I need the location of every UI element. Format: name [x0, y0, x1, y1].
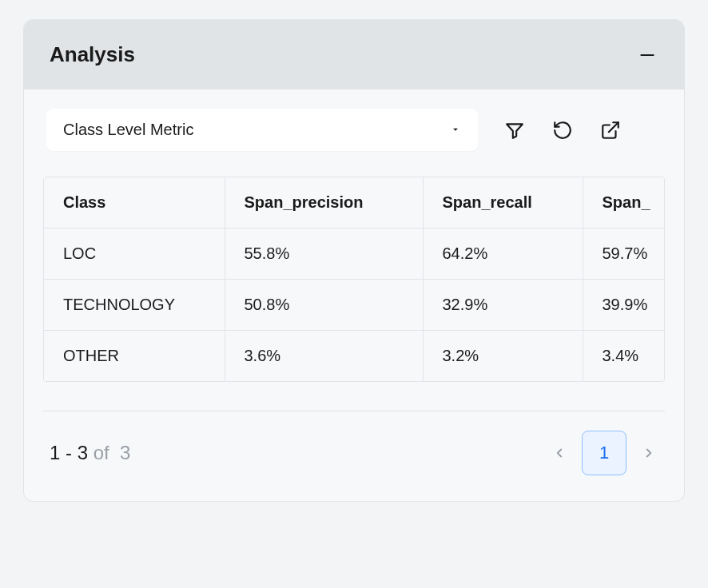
cell-span-f: 59.7%: [583, 228, 665, 280]
cell-span-precision: 3.6%: [225, 331, 423, 382]
panel-body: Class Level Metric: [24, 89, 684, 501]
pagination: 1 - 3 of 3 1: [43, 411, 665, 475]
refresh-button[interactable]: [551, 119, 574, 141]
page-total: 3: [120, 442, 130, 463]
svg-line-1: [609, 122, 619, 132]
collapse-button[interactable]: [636, 44, 658, 66]
table-row: LOC 55.8% 64.2% 59.7%: [44, 228, 665, 280]
table-row: OTHER 3.6% 3.2% 3.4%: [44, 331, 665, 382]
filter-button[interactable]: [503, 119, 526, 141]
chevron-left-icon: [552, 446, 567, 460]
prev-page-button[interactable]: [550, 443, 569, 463]
dropdown-label: Class Level Metric: [63, 121, 193, 139]
header-span-precision[interactable]: Span_precision: [225, 177, 423, 228]
toolbar-icons: [503, 119, 622, 141]
cell-class: LOC: [44, 228, 225, 280]
analysis-panel: Analysis Class Level Metric: [23, 19, 685, 502]
metrics-table-wrap: Class Span_precision Span_recall Span_ L…: [43, 177, 665, 382]
cell-span-recall: 64.2%: [423, 228, 583, 280]
chevron-down-icon: [450, 121, 461, 139]
next-page-button[interactable]: [639, 443, 658, 463]
cell-span-precision: 55.8%: [225, 228, 423, 280]
cell-span-recall: 32.9%: [423, 280, 583, 331]
page-nav: 1: [550, 431, 658, 475]
panel-header: Analysis: [24, 20, 684, 89]
table-row: TECHNOLOGY 50.8% 32.9% 39.9%: [44, 280, 665, 331]
page-count: 1 - 3 of 3: [50, 442, 130, 464]
table-header-row: Class Span_precision Span_recall Span_: [44, 177, 665, 228]
panel-title: Analysis: [50, 42, 135, 67]
cell-span-f: 39.9%: [583, 280, 665, 331]
external-link-icon: [600, 120, 621, 141]
page-range: 1 - 3: [50, 442, 88, 463]
page-number-current[interactable]: 1: [582, 431, 626, 475]
metric-dropdown[interactable]: Class Level Metric: [46, 109, 478, 151]
cell-class: TECHNOLOGY: [44, 280, 225, 331]
cell-span-precision: 50.8%: [225, 280, 423, 331]
chevron-right-icon: [642, 446, 656, 460]
header-class[interactable]: Class: [44, 177, 225, 228]
cell-span-recall: 3.2%: [423, 331, 583, 382]
toolbar: Class Level Metric: [43, 109, 665, 151]
header-span-recall[interactable]: Span_recall: [423, 177, 583, 228]
open-external-button[interactable]: [599, 119, 622, 141]
filter-icon: [504, 120, 525, 141]
metrics-table: Class Span_precision Span_recall Span_ L…: [44, 177, 665, 381]
minus-icon: [637, 45, 658, 66]
header-span-f[interactable]: Span_: [583, 177, 665, 228]
page-of-label: of: [93, 442, 109, 463]
refresh-icon: [552, 120, 573, 141]
cell-span-f: 3.4%: [583, 331, 665, 382]
cell-class: OTHER: [44, 331, 225, 382]
